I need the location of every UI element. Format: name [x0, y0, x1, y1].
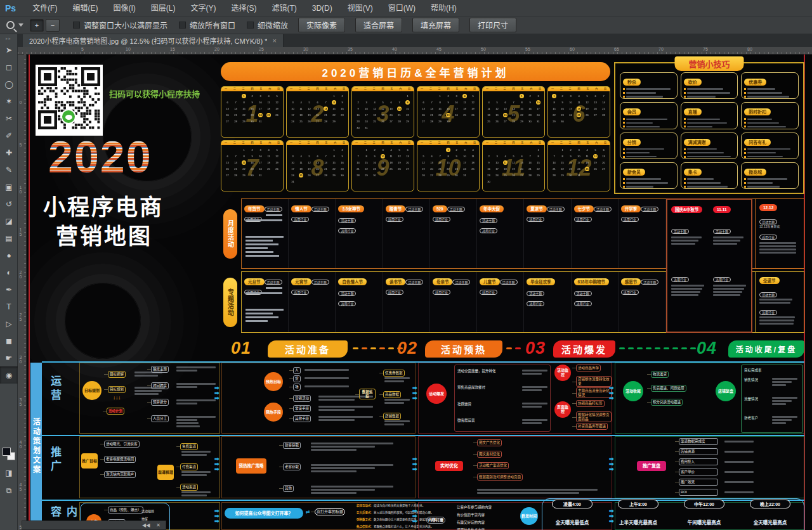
menu-item-6[interactable]: 滤镜(T): [264, 0, 304, 16]
zoom-out-button[interactable]: −: [46, 19, 60, 32]
document-tab-bar: 2020小程序电商营销地图.jpg @ 12.5% (扫码可以获得小程序扶持, …: [18, 34, 812, 47]
option-button-2[interactable]: 填充屏幕: [412, 18, 459, 32]
day-number: 19: [495, 113, 498, 117]
day-number: 18: [463, 107, 466, 110]
day-number: 6: [226, 101, 228, 104]
option-checkbox-2[interactable]: 细微缩放: [247, 20, 288, 30]
marquee-tool[interactable]: ◻: [0, 58, 18, 75]
calendar-body: 1012345678910111213141516171819202122232…: [417, 145, 479, 191]
text-smudge: [176, 366, 216, 368]
text-smudge: [671, 294, 698, 296]
dash-icon: [515, 347, 521, 349]
floating-scroll-bar[interactable]: ◀◀ ✕: [22, 520, 166, 530]
map-item: 预算拆分: [151, 399, 169, 406]
foreground-color-swatch[interactable]: [3, 448, 11, 456]
day-number: 6: [422, 101, 424, 104]
calendar-weekday-strip: 一二三四五六日: [221, 87, 283, 91]
day-number: 1: [333, 148, 334, 152]
shape-tool[interactable]: ◼: [0, 332, 18, 349]
option-button-3[interactable]: 打印尺寸: [469, 18, 516, 32]
day-number: 17: [291, 167, 294, 171]
map-item: 销售情况: [744, 378, 758, 382]
text-smudge: [626, 126, 660, 128]
day-number: 1: [561, 148, 563, 152]
day-number: 13: [504, 107, 506, 110]
type-tool[interactable]: T: [0, 298, 18, 315]
day-number: 20: [520, 167, 523, 171]
text-smudge: [747, 122, 779, 124]
eyedropper-tool[interactable]: ✐: [0, 127, 18, 144]
day-number: 5: [586, 94, 587, 98]
day-number: 15: [406, 107, 409, 110]
option-button-1[interactable]: 适合屏幕: [355, 18, 402, 32]
calendar-weekday-strip: 一二三四五六日: [352, 87, 414, 91]
menu-item-7[interactable]: 3D(D): [304, 0, 340, 16]
menu-item-1[interactable]: 编辑(E): [65, 0, 105, 16]
color-swatches[interactable]: [3, 448, 15, 460]
document-canvas[interactable]: 扫码可以获得小程序扶持 2020 小程序电商 营销地图 2020营销日历&全年营…: [27, 55, 812, 530]
hand-tool[interactable]: ☛: [0, 349, 18, 366]
text-smudge: [772, 422, 786, 424]
menu-item-3[interactable]: 图层(L): [143, 0, 183, 16]
menu-item-0[interactable]: 文件(F): [25, 0, 65, 16]
text-smudge: [522, 422, 542, 424]
day-number: 19: [308, 113, 310, 117]
document-tab[interactable]: 2020小程序电商营销地图.jpg @ 12.5% (扫码可以获得小程序扶持, …: [23, 34, 284, 47]
option-checkbox-0[interactable]: 调整窗口大小以满屏显示: [73, 20, 167, 30]
menu-item-4[interactable]: 文字(Y): [183, 0, 223, 16]
day-number: 2: [455, 148, 457, 152]
day-number: 24: [258, 113, 263, 117]
menu-item-2[interactable]: 图像(I): [105, 0, 143, 16]
menu-item-8[interactable]: 视图(V): [340, 0, 381, 16]
crop-tool[interactable]: ✂: [0, 110, 18, 127]
send-time: 中午12:00: [684, 500, 724, 508]
day-number: 12: [275, 155, 278, 158]
option-checkbox-1[interactable]: 缩放所有窗口: [179, 20, 235, 30]
zoom-in-button[interactable]: +: [30, 19, 44, 32]
chevron-down-icon[interactable]: [18, 23, 23, 27]
day-number: 27: [422, 120, 424, 123]
day-number: 28: [512, 120, 514, 123]
weekday-label: 三: [308, 142, 310, 145]
history-brush-tool[interactable]: ↺: [0, 195, 18, 212]
weekday-label: 六: [530, 142, 532, 145]
gradient-tool[interactable]: ▤: [0, 229, 18, 247]
flow-arrow-icon: ➡➡➡: [609, 385, 614, 401]
magic-wand-tool[interactable]: ✶: [0, 93, 18, 110]
ruler-number: 20: [214, 47, 219, 51]
close-icon[interactable]: ✕: [156, 522, 160, 528]
healing-brush-tool[interactable]: ✚: [0, 144, 18, 161]
quick-mask-icon[interactable]: ◨: [0, 464, 18, 481]
screen-mode-icon[interactable]: ⧉: [0, 482, 18, 499]
day-number: 30: [455, 174, 457, 177]
panel-grip[interactable]: ▸▸: [0, 34, 17, 41]
day-number: 14: [553, 161, 555, 164]
theme-label: 活动主题: [641, 207, 658, 212]
menu-item-5[interactable]: 选择(S): [223, 0, 264, 16]
path-select-tool[interactable]: ▷: [0, 315, 18, 332]
blur-tool[interactable]: ●: [0, 247, 18, 264]
day-number: 2: [341, 148, 343, 152]
menu-item-9[interactable]: 窗口(W): [381, 0, 423, 16]
zoom-tool[interactable]: ◉: [0, 366, 18, 384]
menu-item-10[interactable]: 帮助(H): [423, 0, 464, 16]
day-number: 14: [438, 161, 441, 164]
option-button-0[interactable]: 实际像素: [298, 18, 345, 32]
day-number: 4: [488, 101, 489, 104]
tip-bullet: [623, 122, 674, 124]
dodge-tool[interactable]: ◐: [0, 264, 18, 281]
move-tool[interactable]: ➤: [0, 41, 18, 58]
day-number: 22: [438, 113, 441, 117]
close-icon[interactable]: ×: [272, 37, 276, 44]
clone-stamp-tool[interactable]: ▣: [0, 178, 18, 195]
day-number: 27: [226, 120, 228, 123]
eraser-tool[interactable]: ◪: [0, 212, 18, 229]
text-smudge: [626, 88, 671, 90]
brush-tool[interactable]: ✎: [0, 161, 18, 178]
text-smudge: [626, 186, 653, 188]
pen-tool[interactable]: ✒: [0, 281, 18, 298]
day-number: 30: [373, 174, 376, 177]
lasso-tool[interactable]: ◯: [0, 75, 18, 93]
scroll-back-icon[interactable]: ◀◀: [142, 522, 150, 528]
day-number: 5: [496, 101, 497, 104]
